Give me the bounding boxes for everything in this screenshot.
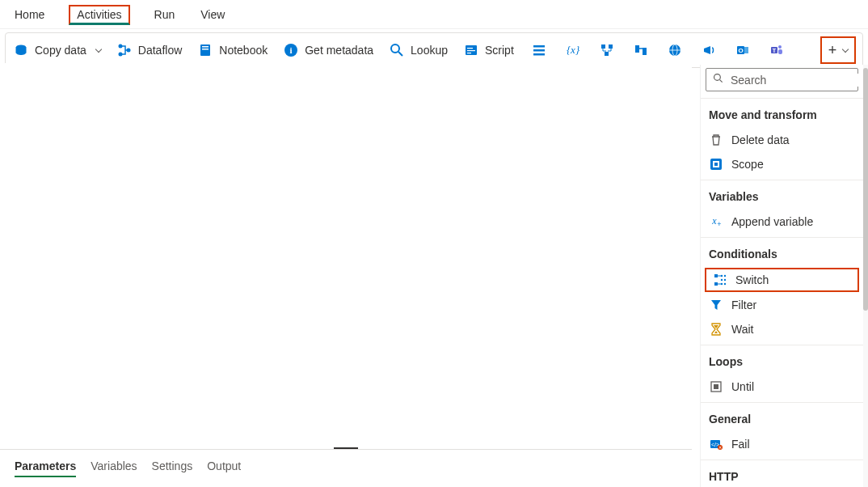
- hourglass-icon: [709, 322, 723, 337]
- tab-settings[interactable]: Settings: [152, 459, 193, 477]
- scrollbar-thumb[interactable]: [863, 68, 868, 311]
- tab-run[interactable]: Run: [153, 5, 177, 25]
- notebook-icon: [198, 43, 213, 57]
- teams-icon[interactable]: T: [768, 41, 786, 59]
- tab-view[interactable]: View: [199, 5, 226, 25]
- web-activity-icon[interactable]: [632, 41, 650, 59]
- activity-search[interactable]: [706, 68, 858, 91]
- item-scope[interactable]: Scope: [701, 152, 863, 176]
- fail-icon: </>✕: [709, 437, 723, 451]
- svg-point-45: [721, 279, 723, 281]
- item-label: Scope: [731, 158, 764, 171]
- dataflow-icon: [117, 43, 132, 57]
- lookup-button[interactable]: Lookup: [390, 43, 448, 57]
- section-variables: Variables x+ Append variable: [701, 180, 863, 237]
- svg-rect-15: [533, 45, 545, 48]
- variable-icon[interactable]: {x}: [564, 41, 582, 59]
- globe-icon[interactable]: [666, 41, 684, 59]
- item-label: Until: [731, 380, 754, 393]
- section-http: HTTP: [701, 459, 863, 487]
- svg-rect-50: [714, 384, 718, 389]
- svg-rect-42: [714, 282, 718, 286]
- item-filter[interactable]: Filter: [701, 293, 863, 317]
- item-label: Delete data: [731, 133, 790, 146]
- svg-text:O: O: [738, 47, 743, 54]
- bottom-tab-bar: Parameters Variables Settings Output: [0, 449, 692, 487]
- add-activity-button[interactable]: +: [820, 36, 856, 64]
- list-activity-icon[interactable]: [530, 41, 548, 59]
- pipeline-canvas[interactable]: [0, 63, 692, 451]
- tab-variables[interactable]: Variables: [91, 459, 137, 477]
- svg-point-43: [721, 275, 723, 277]
- item-delete-data[interactable]: Delete data: [701, 128, 863, 152]
- script-label: Script: [485, 44, 514, 57]
- script-icon: [464, 43, 478, 57]
- dataflow-label: Dataflow: [138, 44, 182, 57]
- notebook-button[interactable]: Notebook: [198, 43, 268, 57]
- get-metadata-button[interactable]: i Get metadata: [284, 43, 373, 57]
- section-title: HTTP: [701, 468, 863, 487]
- info-icon: i: [284, 43, 298, 57]
- item-switch[interactable]: Switch: [705, 268, 859, 292]
- item-label: Append variable: [731, 215, 813, 228]
- svg-rect-21: [605, 52, 609, 56]
- search-input[interactable]: [731, 74, 863, 87]
- item-label: Wait: [731, 323, 753, 336]
- item-until[interactable]: Until: [701, 375, 863, 399]
- search-icon: [713, 73, 724, 87]
- megaphone-icon[interactable]: [700, 41, 718, 59]
- svg-text:i: i: [290, 45, 293, 55]
- tab-activities[interactable]: Activities: [69, 5, 129, 25]
- svg-point-9: [391, 44, 399, 53]
- item-wait[interactable]: Wait: [701, 317, 863, 341]
- dataflow-button[interactable]: Dataflow: [117, 43, 182, 57]
- tab-home[interactable]: Home: [13, 5, 46, 25]
- section-title: Variables: [701, 188, 863, 210]
- scrollbar[interactable]: [863, 65, 868, 487]
- svg-line-35: [720, 80, 723, 83]
- svg-rect-17: [533, 53, 545, 56]
- svg-point-47: [721, 283, 723, 285]
- svg-point-3: [126, 49, 130, 53]
- svg-rect-12: [467, 48, 473, 49]
- item-label: Switch: [735, 273, 769, 286]
- section-title: Conditionals: [701, 246, 863, 267]
- svg-line-10: [398, 52, 402, 56]
- copy-data-button[interactable]: Copy data: [14, 43, 101, 57]
- svg-text:x: x: [711, 215, 717, 227]
- svg-rect-6: [202, 49, 209, 50]
- svg-rect-19: [601, 44, 605, 49]
- outlook-icon[interactable]: O: [734, 41, 752, 59]
- svg-rect-16: [533, 49, 545, 52]
- svg-point-48: [724, 283, 726, 285]
- copy-data-icon: [14, 43, 28, 57]
- svg-point-2: [118, 53, 122, 57]
- section-title: Move and transform: [701, 107, 863, 128]
- item-append-variable[interactable]: x+ Append variable: [701, 210, 863, 234]
- svg-rect-5: [202, 46, 209, 48]
- lookup-label: Lookup: [411, 44, 448, 57]
- svg-rect-22: [635, 45, 639, 53]
- append-variable-icon: x+: [709, 214, 723, 229]
- svg-rect-13: [467, 50, 475, 51]
- svg-rect-23: [643, 48, 647, 55]
- section-loops: Loops Until: [701, 345, 863, 402]
- plus-icon: +: [828, 42, 837, 59]
- until-icon: [709, 379, 723, 394]
- tab-output[interactable]: Output: [207, 459, 241, 477]
- scope-icon: [709, 157, 723, 172]
- item-fail[interactable]: </>✕ Fail: [701, 432, 863, 456]
- svg-point-32: [778, 45, 782, 49]
- switch-icon: [713, 273, 727, 287]
- section-title: Loops: [701, 354, 863, 375]
- section-conditionals: Conditionals Switch Filter Wait: [701, 237, 863, 345]
- tab-parameters[interactable]: Parameters: [15, 459, 76, 477]
- filter-icon: [709, 298, 723, 312]
- pipeline-icon[interactable]: [598, 41, 616, 59]
- svg-rect-38: [714, 163, 718, 166]
- svg-point-34: [714, 74, 721, 81]
- script-button[interactable]: Script: [464, 43, 514, 57]
- top-tab-bar: Home Activities Run View: [0, 0, 868, 29]
- activity-panel: Move and transform Delete data Scope Var…: [700, 65, 863, 487]
- svg-point-46: [724, 279, 726, 281]
